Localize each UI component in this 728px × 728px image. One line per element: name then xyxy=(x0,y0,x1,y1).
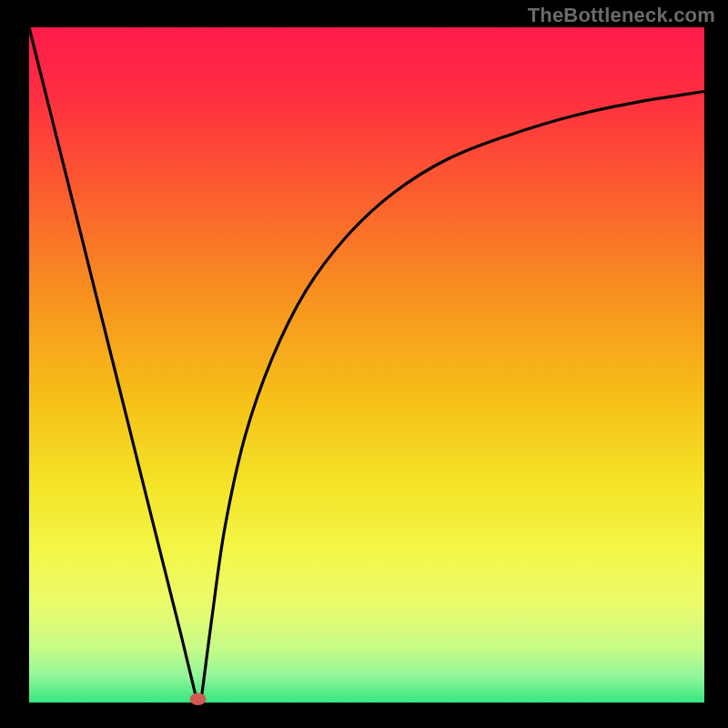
plot-background xyxy=(29,27,704,703)
min-marker xyxy=(190,693,207,706)
chart-frame: TheBottleneck.com xyxy=(0,0,728,728)
bottleneck-chart xyxy=(0,0,728,728)
